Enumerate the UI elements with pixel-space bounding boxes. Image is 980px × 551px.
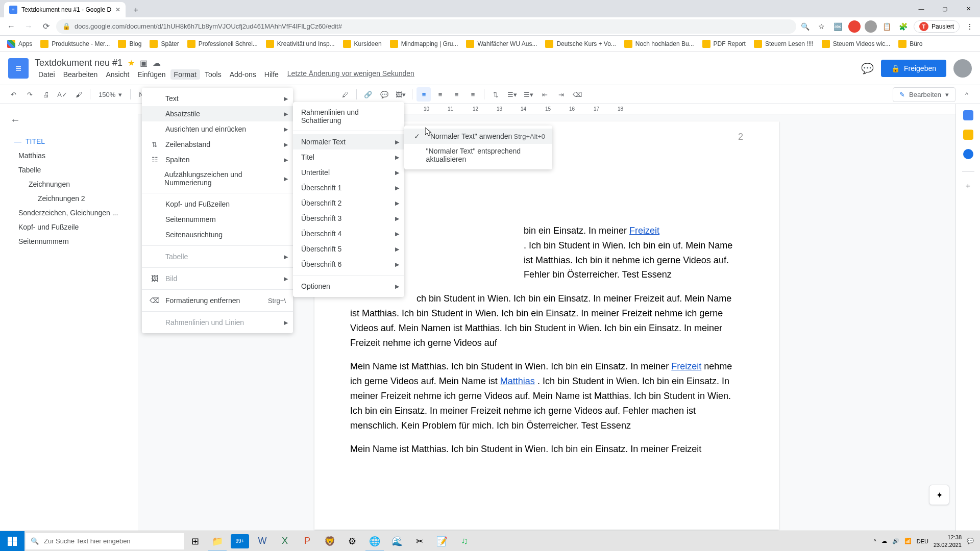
- menu-bearbeiten[interactable]: Bearbeiten: [60, 69, 102, 80]
- outline-item[interactable]: Zeichnungen: [6, 177, 131, 191]
- bookmark-item[interactable]: Blog: [115, 38, 144, 50]
- tasks-icon[interactable]: [963, 149, 973, 159]
- redo-button[interactable]: ↷: [22, 87, 37, 102]
- keep-icon[interactable]: [963, 130, 973, 140]
- menu-zeilenabstand[interactable]: ⇅Zeilenabstand▶: [142, 137, 293, 152]
- outline-item[interactable]: TITEL: [6, 134, 131, 148]
- paint-format-button[interactable]: 🖌: [71, 87, 86, 102]
- menu-seitennummern[interactable]: Seitennummern: [142, 212, 293, 227]
- body-text[interactable]: bin ein Einsatz. In meiner Freizeit . Ic…: [350, 223, 743, 457]
- menu-ueberschrift1[interactable]: Überschrift 1▶: [293, 180, 404, 195]
- star-icon[interactable]: ★: [128, 58, 135, 68]
- align-center-button[interactable]: ≡: [433, 87, 447, 102]
- word-icon[interactable]: W: [251, 531, 274, 552]
- powerpoint-icon[interactable]: P: [296, 531, 318, 552]
- snipping-icon[interactable]: ✂: [408, 531, 431, 552]
- bookmark-item[interactable]: Büro: [895, 38, 925, 50]
- bookmark-apps[interactable]: Apps: [4, 38, 35, 50]
- menu-rahmen-schattierung[interactable]: Rahmenlinien und Schattierung: [293, 105, 404, 128]
- collapse-toolbar-button[interactable]: ^: [960, 87, 974, 102]
- url-field[interactable]: 🔒 docs.google.com/document/d/1hUH8k6h7Lb…: [56, 19, 796, 34]
- menu-kopfzeilen[interactable]: Kopf- und Fußzeilen: [142, 196, 293, 212]
- tray-chevron-icon[interactable]: ^: [874, 538, 876, 544]
- taskbar-search[interactable]: 🔍 Zur Suche Text hier eingeben: [26, 533, 184, 549]
- close-tab-icon[interactable]: ✕: [115, 6, 120, 13]
- menu-ueberschrift5[interactable]: Überschrift 5▶: [293, 241, 404, 257]
- outline-item[interactable]: Tabelle: [6, 163, 131, 177]
- close-window-button[interactable]: ✕: [957, 0, 980, 17]
- share-button[interactable]: 🔒 Freigeben: [881, 60, 946, 77]
- start-button[interactable]: [0, 531, 24, 552]
- bulleted-list-button[interactable]: ☰▾: [521, 87, 535, 102]
- undo-button[interactable]: ↶: [6, 87, 20, 102]
- spotify-icon[interactable]: ♫: [453, 531, 476, 552]
- edge-icon[interactable]: 🌊: [386, 531, 408, 552]
- menu-ueberschrift6[interactable]: Überschrift 6▶: [293, 257, 404, 272]
- line-spacing-button[interactable]: ⇅: [488, 87, 503, 102]
- decrease-indent-button[interactable]: ⇤: [537, 87, 552, 102]
- bookmark-item[interactable]: Kreativität und Insp...: [263, 38, 338, 50]
- bookmark-item[interactable]: Mindmapping | Gru...: [387, 38, 461, 50]
- comments-icon[interactable]: 💬: [861, 62, 874, 74]
- menu-aufzaehlung[interactable]: Aufzählungszeichen und Nummerierung▶: [142, 167, 293, 190]
- menu-ueberschrift3[interactable]: Überschrift 3▶: [293, 211, 404, 226]
- star-icon[interactable]: ☆: [816, 20, 828, 33]
- outline-close-icon[interactable]: ←: [6, 110, 131, 130]
- numbered-list-button[interactable]: ☰▾: [505, 87, 519, 102]
- align-right-button[interactable]: ≡: [449, 87, 463, 102]
- menu-text[interactable]: Text▶: [142, 91, 293, 106]
- menu-ueberschrift4[interactable]: Überschrift 4▶: [293, 226, 404, 241]
- calendar-icon[interactable]: [963, 110, 973, 120]
- bookmark-item[interactable]: Später: [146, 38, 182, 50]
- outline-item[interactable]: Matthias: [6, 148, 131, 163]
- menu-update-normal[interactable]: "Normaler Text" entsprechend aktualisier…: [404, 144, 552, 166]
- minimize-button[interactable]: —: [910, 0, 933, 17]
- excel-icon[interactable]: X: [274, 531, 296, 552]
- extensions-button[interactable]: 🧩: [897, 20, 910, 33]
- outline-item[interactable]: Zeichnungen 2: [6, 191, 131, 206]
- menu-untertitel[interactable]: Untertitel▶: [293, 165, 404, 180]
- task-view-button[interactable]: ⊞: [184, 531, 206, 552]
- insert-link-button[interactable]: 🔗: [361, 87, 375, 102]
- explore-button[interactable]: ✦: [929, 485, 949, 505]
- file-explorer-icon[interactable]: 📁: [206, 531, 229, 552]
- increase-indent-button[interactable]: ⇥: [554, 87, 568, 102]
- zoom-icon[interactable]: 🔍: [799, 20, 812, 33]
- highlight-color-button[interactable]: 🖊: [338, 87, 352, 102]
- user-avatar[interactable]: [953, 59, 972, 78]
- menu-ansicht[interactable]: Ansicht: [102, 69, 133, 80]
- zoom-select[interactable]: 150%▾: [94, 89, 126, 101]
- menu-ueberschrift2[interactable]: Überschrift 2▶: [293, 195, 404, 211]
- language-indicator[interactable]: DEU: [917, 538, 928, 544]
- browser-tab[interactable]: ≡ Textdokument neu #1 - Google D ✕: [4, 2, 126, 17]
- align-justify-button[interactable]: ≡: [465, 87, 480, 102]
- chrome-icon[interactable]: 🌐: [363, 531, 386, 552]
- taskbar-clock[interactable]: 12:38 23.02.2021: [934, 534, 962, 548]
- volume-icon[interactable]: 🔊: [892, 538, 899, 544]
- last-change-link[interactable]: Letzte Änderung vor wenigen Sekunden: [287, 69, 414, 80]
- menu-einfuegen[interactable]: Einfügen: [134, 69, 169, 80]
- link-freizeit[interactable]: Freizeit: [629, 226, 659, 236]
- menu-addons[interactable]: Add-ons: [226, 69, 260, 80]
- link-matthias[interactable]: Matthias: [500, 376, 535, 386]
- move-icon[interactable]: ▣: [140, 58, 148, 68]
- menu-ausrichten[interactable]: Ausrichten und einrücken▶: [142, 121, 293, 137]
- bookmark-item[interactable]: Noch hochladen Bu...: [621, 38, 697, 50]
- back-button[interactable]: ←: [4, 19, 18, 34]
- notifications-icon[interactable]: 💬: [967, 538, 974, 544]
- align-left-button[interactable]: ≡: [416, 87, 431, 102]
- add-addon-icon[interactable]: +: [963, 181, 973, 191]
- ext-icon-2[interactable]: [865, 20, 877, 33]
- obs-icon[interactable]: ⚙: [341, 531, 363, 552]
- menu-spalten[interactable]: ☷Spalten▶: [142, 152, 293, 167]
- ext-icon-3[interactable]: 📋: [881, 20, 893, 33]
- forward-button[interactable]: →: [21, 19, 36, 34]
- insert-image-button[interactable]: 🖼▾: [394, 87, 408, 102]
- bookmark-item[interactable]: Professionell Schrei...: [184, 38, 261, 50]
- cloud-saved-icon[interactable]: ☁: [153, 58, 161, 68]
- link-freizeit[interactable]: Freizeit: [671, 361, 701, 371]
- bookmark-item[interactable]: Steuern Lesen !!!!: [751, 38, 817, 50]
- chrome-menu-icon[interactable]: ⋮: [964, 20, 976, 33]
- mail-icon[interactable]: 99+: [231, 534, 249, 548]
- print-button[interactable]: 🖨: [39, 87, 53, 102]
